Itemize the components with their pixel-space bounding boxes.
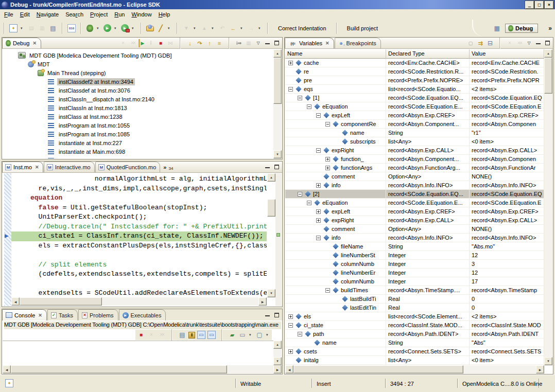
editor-tab-quotedfunction-mo[interactable]: MQuotedFunction.mo	[95, 162, 161, 172]
collapse-icon[interactable]	[307, 201, 311, 205]
remove-icon[interactable]: ×	[147, 331, 155, 339]
debug-tree-item[interactable]: MDT	[3, 60, 273, 68]
console-output[interactable]	[3, 341, 273, 365]
view-menu-icon[interactable]: ▽	[525, 40, 533, 46]
scroll-up-icon[interactable]: ▲	[273, 49, 282, 58]
table-row[interactable]: expLeftrecord<Absyn.Exp.CREF>record<Absy…	[285, 111, 544, 120]
run-dropdown-icon[interactable]: ▾	[114, 26, 118, 30]
table-row[interactable]: rerecord<SCode.Restriction.R...record<SC…	[285, 67, 544, 76]
minimize-view-icon[interactable]	[534, 40, 542, 46]
terminate-icon[interactable]: ■	[157, 39, 165, 47]
debug-console-icon[interactable]: 010	[67, 24, 76, 32]
table-row[interactable]: fileNameString"Abs.mo"	[285, 242, 544, 251]
table-row[interactable]: elslist<record<SCode.Element...<2 items>	[285, 312, 544, 321]
table-row[interactable]: lastBuildTiReal0	[285, 295, 544, 304]
collapse-icon[interactable]	[316, 148, 321, 153]
variables-tab-breakpoints[interactable]: Breakpoints	[335, 38, 381, 48]
menu-edit[interactable]: Edit	[19, 10, 33, 19]
remove-all-icon[interactable]: ××	[158, 331, 166, 339]
scroll-left-icon[interactable]: ◀	[3, 365, 11, 373]
minimize-button[interactable]: _	[525, 1, 534, 9]
table-row[interactable]: lineNumberErInteger12	[285, 269, 544, 277]
debug-tree-item[interactable]: instProgram at Inst.mo:1055	[3, 121, 273, 130]
table-row[interactable]: [2]record<SCode.Equation.EQ...record<SCo…	[285, 190, 544, 199]
expand-icon[interactable]	[316, 218, 321, 223]
table-row[interactable]: componentRerecord<Absyn.Component...reco…	[285, 120, 544, 129]
back-dropdown-icon[interactable]: ▾	[240, 26, 244, 30]
table-row[interactable]: commentOption<Any>NONE()	[285, 225, 544, 234]
menu-project[interactable]: Project	[89, 10, 111, 19]
editor-tab-overflow[interactable]: »34	[161, 162, 177, 172]
scroll-thumb[interactable]	[273, 58, 282, 104]
prev-annotation-icon[interactable]: ▲	[200, 24, 209, 32]
toggle-grayed-icon[interactable]: ▦	[245, 39, 253, 47]
expand-icon[interactable]	[316, 209, 321, 214]
menu-help[interactable]: Help	[157, 10, 174, 19]
display-console-icon[interactable]: ▭	[238, 331, 247, 339]
instruction-pointer-icon[interactable]: i⇒	[235, 39, 243, 47]
scroll-down-icon[interactable]: ▼	[273, 150, 282, 158]
save-all-icon[interactable]: ▥	[38, 24, 46, 32]
open-task-icon[interactable]	[146, 26, 154, 31]
display-console-dropdown-icon[interactable]: ▾	[249, 333, 253, 337]
debug-tree-item[interactable]: instProgram at Inst.mo:1085	[3, 130, 273, 138]
scroll-thumb[interactable]	[11, 365, 227, 373]
console-horizontal-scrollbar[interactable]: ◀ ▶	[3, 365, 282, 373]
step-return-icon[interactable]: ↑	[205, 39, 214, 47]
scroll-left-icon[interactable]: ◀	[11, 297, 20, 306]
table-row[interactable]: eEquationrecord<SCode.EEquation.E...reco…	[285, 199, 544, 207]
run-external-icon[interactable]: ▶	[121, 24, 129, 32]
table-row[interactable]: initalglist<Any><0 item>	[285, 356, 544, 365]
minimize-view-icon[interactable]	[264, 164, 271, 170]
scroll-thumb[interactable]	[20, 297, 102, 306]
collapse-icon[interactable]	[298, 96, 302, 100]
code-area[interactable]: normalAlgorithmLst = alg, initialAlgorit…	[11, 173, 267, 297]
table-row[interactable]: eqslist<record<SCode.Equatio...<2 items>	[285, 85, 544, 94]
close-button[interactable]: ×	[545, 1, 553, 9]
toolbar-button-correct-indentation[interactable]: Correct Indentation	[272, 24, 333, 33]
debug-tree-item[interactable]: instClassIn__dispatch at Inst.mo:2140	[3, 95, 273, 103]
prev-annotation-dropdown-icon[interactable]: ▾	[212, 26, 215, 30]
collapse-icon[interactable]	[307, 104, 311, 109]
table-row[interactable]: [1]record<SCode.Equation.EQ...record<SCo…	[285, 94, 544, 102]
new-wizard-icon[interactable]: ✦	[9, 24, 18, 32]
console-tab-problems[interactable]: ✕Problems	[78, 309, 118, 320]
open-perspective-icon[interactable]: ▦	[493, 24, 501, 32]
column-header-name[interactable]: Name	[285, 49, 386, 59]
maximize-button[interactable]: □	[535, 1, 544, 9]
collapse-icon[interactable]	[298, 332, 302, 336]
remove-icon[interactable]: ×	[119, 39, 127, 47]
expand-icon[interactable]	[325, 157, 330, 162]
minimize-view-icon[interactable]	[264, 312, 271, 318]
table-row[interactable]: inforecord<Absyn.Info.INFO>record<Absyn.…	[285, 181, 544, 190]
open-console-icon[interactable]: ▢	[255, 331, 264, 339]
scroll-thumb[interactable]	[544, 58, 552, 94]
maximize-view-icon[interactable]	[273, 40, 281, 46]
menu-window[interactable]: Window	[130, 10, 154, 19]
table-row[interactable]: functionArgsrecord<Absyn.FunctionArg...r…	[285, 164, 544, 172]
column-header-value[interactable]: Value	[470, 49, 544, 59]
remove-all-icon[interactable]: ××	[129, 39, 137, 47]
logical-structure-icon[interactable]: ⇉	[476, 39, 484, 47]
scroll-right-icon[interactable]: ▶	[258, 297, 267, 306]
forward-dropdown-icon[interactable]: ▾	[258, 26, 262, 30]
debug-tree-item[interactable]: Main Thread (stepping)	[3, 68, 273, 77]
scroll-up-icon[interactable]: ▲	[544, 49, 552, 58]
debug-bug-dropdown-icon[interactable]: ▾	[97, 26, 100, 30]
fast-view-icon[interactable]: ✦	[5, 379, 13, 387]
clear-console-icon[interactable]: ▤	[178, 331, 186, 339]
scroll-thumb[interactable]	[267, 199, 275, 217]
pin-console-icon[interactable]: ▰	[228, 331, 236, 339]
debug-tree-item[interactable]: instClassdef2 at Inst.mo:3494	[3, 77, 273, 86]
scroll-right-icon[interactable]: ▶	[273, 365, 282, 373]
collapse-icon[interactable]	[325, 122, 330, 127]
last-edit-icon[interactable]: ↶	[218, 24, 227, 32]
toolbar-overflow-chevron[interactable]: »	[548, 25, 552, 32]
view-menu-icon[interactable]: ▽	[254, 40, 262, 46]
maximize-view-icon[interactable]	[273, 164, 281, 170]
collapse-icon[interactable]	[316, 236, 321, 240]
table-row[interactable]: expRightrecord<Absyn.Exp.CALL>record<Abs…	[285, 216, 544, 225]
maximize-view-icon[interactable]	[273, 312, 281, 318]
show-stdout-icon[interactable]: ▭	[197, 331, 205, 339]
next-annotation-dropdown-icon[interactable]: ▾	[194, 26, 197, 30]
